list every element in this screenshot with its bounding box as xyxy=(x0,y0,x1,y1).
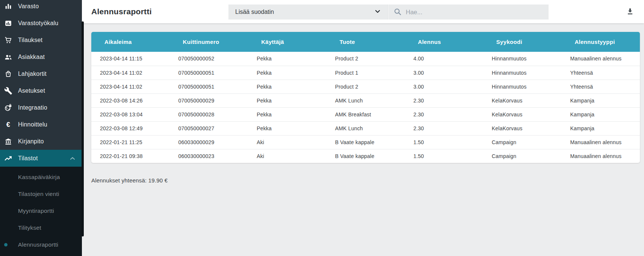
table-cell: Product 1 xyxy=(327,66,405,80)
sidebar-subitem-label: Myyntiraportti xyxy=(18,208,54,214)
sidebar-item-varasto[interactable]: Varasto xyxy=(0,0,82,15)
table-cell: Hinnanmuutos xyxy=(483,80,562,93)
sidebar-subitem-label: Tilitykset xyxy=(18,224,41,231)
table-cell: Manuaalinen alennus xyxy=(561,52,640,66)
table-cell: Kampanja xyxy=(561,93,640,107)
table-cell: 2022-03-08 14:26 xyxy=(91,93,170,107)
chevron-up-icon xyxy=(68,154,77,163)
sidebar-subitem-label: Tilastojen vienti xyxy=(18,191,59,197)
table-cell: 1.50 xyxy=(405,149,483,163)
bar-chart-icon xyxy=(4,2,13,11)
table-cell: 060030000023 xyxy=(170,149,248,163)
sidebar-subitem-alennusraportti[interactable]: Alennusraportti xyxy=(0,236,82,253)
table-cell: KelaKorvaus xyxy=(483,93,562,107)
download-button[interactable] xyxy=(624,6,636,18)
sidebar-subitem-myyntiraportti[interactable]: Myyntiraportti xyxy=(0,202,82,219)
table-cell: 2022-01-21 09:38 xyxy=(91,149,170,163)
table-row: 2022-03-08 12:49070050000027PekkaAMK Lun… xyxy=(91,121,640,135)
sidebar-item-tilaukset[interactable]: Tilaukset xyxy=(0,32,82,48)
table-cell: 3.00 xyxy=(405,66,483,80)
table-row: 2023-04-14 11:02070050000051PekkaProduct… xyxy=(91,80,640,93)
sidebar-item-label: Varasto xyxy=(18,3,77,10)
table-cell: 2.30 xyxy=(405,93,483,107)
table-cell: Manuaalinen alennus xyxy=(561,135,640,149)
table-cell: Product 2 xyxy=(327,80,405,93)
table-cell: Yhteensä xyxy=(561,80,640,93)
sidebar-item-asiakkaat[interactable]: Asiakkaat xyxy=(0,48,82,65)
sidebar-item-tilastot[interactable]: Tilastot xyxy=(0,150,82,167)
sidebar-item-asetukset[interactable]: Asetukset xyxy=(0,82,82,99)
table-cell: Hinnanmuutos xyxy=(483,52,562,66)
column-header-alennustyyppi[interactable]: Alennustyyppi xyxy=(561,32,640,52)
table-cell: 2022-01-21 11:25 xyxy=(91,135,170,149)
table-cell: Campaign xyxy=(483,149,562,163)
sidebar-item-label: Asetukset xyxy=(18,87,77,94)
column-header-syykoodi[interactable]: Syykoodi xyxy=(483,32,562,52)
table-cell: Pekka xyxy=(248,66,327,80)
people-icon xyxy=(4,53,13,62)
sidebar-item-label: Tilaukset xyxy=(18,37,77,44)
sidebar-item-integraatio[interactable]: Integraatio xyxy=(0,99,82,116)
sidebar-nav: VarastoVarastotyökaluTilauksetAsiakkaatL… xyxy=(0,0,82,167)
table-cell: Pekka xyxy=(248,121,327,135)
chevron-down-icon xyxy=(373,7,382,17)
sidebar-item-label: Kirjanpito xyxy=(18,138,77,145)
sidebar-item-label: Varastotyökalu xyxy=(18,20,77,27)
table-cell: 2022-03-08 13:04 xyxy=(91,107,170,121)
sidebar-scrollbar[interactable] xyxy=(82,21,84,236)
sidebar-item-label: Asiakkaat xyxy=(18,54,77,60)
table-cell: 070050000051 xyxy=(170,66,248,80)
table-cell: 2023-04-14 11:02 xyxy=(91,80,170,93)
sidebar-item-varastotyokalu[interactable]: Varastotyökalu xyxy=(0,15,82,32)
column-header-kuittinumero[interactable]: Kuittinumero xyxy=(170,32,248,52)
sidebar-submenu: KassapäiväkirjaTilastojen vientiMyyntira… xyxy=(0,167,82,256)
gift-bag-icon xyxy=(4,69,13,78)
table-cell: Pekka xyxy=(248,80,327,93)
sidebar-subitem-label: Kassapäiväkirja xyxy=(18,174,60,181)
sidebar-item-kirjanpito[interactable]: Kirjanpito xyxy=(0,133,82,150)
column-header-kayttaja[interactable]: Käyttäjä xyxy=(248,32,327,52)
globe-lock-icon xyxy=(4,103,13,112)
cart-icon xyxy=(4,36,13,45)
table-cell: AMK Breakfast xyxy=(327,107,405,121)
table-cell: Kampanja xyxy=(561,107,640,121)
search-box xyxy=(388,5,549,20)
table-cell: 070050000027 xyxy=(170,121,248,135)
sidebar-item-lahjakortit[interactable]: Lahjakortit xyxy=(0,65,82,82)
column-header-tuote[interactable]: Tuote xyxy=(327,32,405,52)
sidebar-item-label: Integraatio xyxy=(18,104,77,111)
sidebar-item-hinnoittelu[interactable]: €Hinnoittelu xyxy=(0,116,82,133)
table-cell: 2.30 xyxy=(405,107,483,121)
filter-dropdown[interactable]: Lisää suodatin xyxy=(228,5,388,20)
table-cell: Aki xyxy=(248,149,327,163)
page-title: Alennusraportti xyxy=(91,7,152,16)
table-row: 2023-04-14 11:15070050000052PekkaProduct… xyxy=(91,52,640,66)
discount-report-table-card: AikaleimaKuittinumeroKäyttäjäTuoteAlennu… xyxy=(91,32,640,163)
main-area: Alennusraportti Lisää suodatin Aikaleima… xyxy=(82,0,644,256)
table-cell: 2023-04-14 11:15 xyxy=(91,52,170,66)
table-cell: Pekka xyxy=(248,52,327,66)
sidebar: VarastoVarastotyökaluTilauksetAsiakkaatL… xyxy=(0,0,82,256)
euro-icon: € xyxy=(4,120,13,129)
search-input[interactable] xyxy=(406,9,545,16)
topbar: Alennusraportti Lisää suodatin xyxy=(82,0,644,23)
column-header-alennus[interactable]: Alennus xyxy=(405,32,483,52)
table-cell: 070050000029 xyxy=(170,93,248,107)
column-header-aikaleima[interactable]: Aikaleima xyxy=(91,32,170,52)
sidebar-subitem-label: Alennusraportti xyxy=(18,241,58,248)
table-cell: B Vaate kappale xyxy=(327,149,405,163)
table-cell: KelaKorvaus xyxy=(483,107,562,121)
download-icon xyxy=(626,7,635,17)
sidebar-subitem-tilastojen-vienti[interactable]: Tilastojen vienti xyxy=(0,185,82,202)
table-cell: Campaign xyxy=(483,135,562,149)
table-cell: 070050000051 xyxy=(170,80,248,93)
sidebar-item-label: Hinnoittelu xyxy=(18,121,77,128)
discount-report-table: AikaleimaKuittinumeroKäyttäjäTuoteAlennu… xyxy=(91,32,640,163)
sidebar-subitem-tilitykset[interactable]: Tilitykset xyxy=(0,219,82,236)
table-cell: Aki xyxy=(248,135,327,149)
sidebar-subitem-kassapaivakirja[interactable]: Kassapäiväkirja xyxy=(0,169,82,185)
table-cell: AMK Lunch xyxy=(327,121,405,135)
svg-text:€: € xyxy=(6,120,10,128)
wrench-icon xyxy=(4,86,13,95)
filter-dropdown-label: Lisää suodatin xyxy=(235,9,373,15)
